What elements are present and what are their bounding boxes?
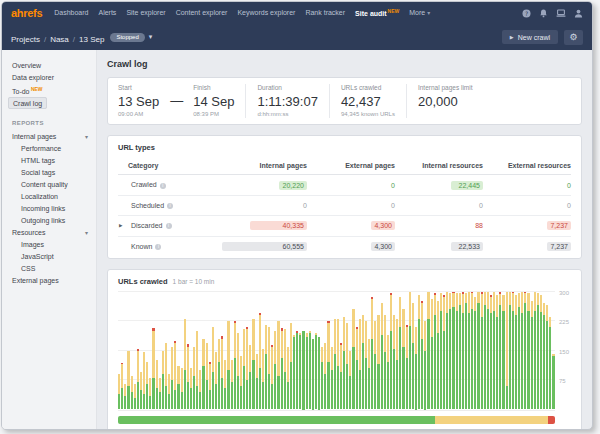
value-cell: 88 [395,215,483,236]
category-label[interactable]: Known [131,243,152,250]
sidebar-item-content-quality[interactable]: Content quality [12,178,96,190]
stat-value: 14 Sep [193,94,234,109]
chart-bar [331,347,333,410]
crawl-stats-panel: Start13 Sep09:00 AM—Finish14 Sep08:39 PM… [107,77,582,125]
info-icon[interactable]: i [166,223,172,229]
status-share-3xx [435,416,549,424]
chart-bar [231,360,233,409]
y-tick-label: 150 [559,349,569,355]
chart-bar [159,378,161,409]
sidebar-item-javascript[interactable]: JavaScript [12,250,96,262]
sidebar-item-to-do[interactable]: To-do NEW [12,83,96,97]
chevron-down-icon[interactable]: ▾ [85,133,88,140]
devices-icon[interactable] [556,9,566,18]
chart-bar [456,293,458,409]
chevron-down-icon[interactable]: ▾ [85,229,88,236]
breadcrumb-bar: Projects/Nasa/13 Sep Stopped ▾ ▶ New cra… [2,24,592,50]
column-header-external-resources: External resources [483,158,571,175]
sidebar-item-external-pages[interactable]: External pages [12,274,96,286]
crawl-dropdown-caret-icon[interactable]: ▾ [149,33,153,41]
stat-value: 1:11:39:07 [257,94,317,109]
url-types-title: URL types [118,143,571,152]
sidebar-item-label: Overview [12,62,41,69]
settings-gear-button[interactable]: ⚙ [564,30,583,45]
nav-item-content-explorer[interactable]: Content explorer [176,9,228,16]
chart-bar [299,333,301,410]
stat-label: Duration [257,84,317,91]
chart-plot-area[interactable] [118,293,555,411]
chart-bar [165,343,167,410]
value-text: 0 [391,182,395,189]
category-label[interactable]: Crawled [131,181,157,188]
new-crawl-button[interactable]: ▶ New crawl [502,30,558,44]
chart-bar [481,292,483,410]
stat-finish: Finish14 Sep08:39 PM [193,84,245,118]
sidebar-item-performance[interactable]: Performance [12,142,96,154]
chart-bar [499,292,501,410]
table-row-known: Knowni60,5554,30022,5337,237 [118,236,571,257]
sidebar-item-incoming-links[interactable]: Incoming links [12,202,96,214]
info-icon[interactable]: i [167,203,173,209]
new-badge: NEW [30,86,43,92]
chart-bar [506,292,508,410]
sidebar-item-html-tags[interactable]: HTML tags [12,154,96,166]
chart-bar [409,292,411,410]
sidebar-item-resources[interactable]: Resources▾ [12,226,96,238]
sidebar-item-images[interactable]: Images [12,238,96,250]
chart-bar [362,315,364,409]
chart-bar [431,299,433,409]
info-icon[interactable]: i [155,244,161,250]
account-icon[interactable] [574,9,583,18]
chart-title: URLs crawled [118,277,168,286]
chart-bar [509,292,511,410]
info-icon[interactable]: i [160,183,166,189]
chart-bar [390,293,392,409]
sidebar-item-overview[interactable]: Overview [12,59,96,71]
sidebar-item-localization[interactable]: Localization [12,190,96,202]
chart-bar [209,362,211,409]
sidebar-item-internal-pages[interactable]: Internal pages▾ [12,130,96,142]
breadcrumb-segment-projects[interactable]: Projects [11,35,40,44]
play-icon: ▶ [510,34,514,40]
y-tick-label: 225 [559,319,569,325]
nav-item-site-audit[interactable]: Site auditNEW [355,8,399,17]
sidebar-item-crawl-log[interactable]: Crawl log [12,97,96,109]
nav-item-keywords-explorer[interactable]: Keywords explorer [237,9,295,16]
value-cell: 0 [395,196,483,216]
chart-bar [181,368,183,409]
chart-bar [512,292,514,410]
ahrefs-logo[interactable]: ahrefs [11,7,42,19]
nav-item-dashboard[interactable]: Dashboard [54,9,88,16]
chart-bar [121,363,123,410]
nav-item-more[interactable]: More▾ [409,9,430,16]
nav-item-alerts[interactable]: Alerts [98,9,116,16]
nav-item-site-explorer[interactable]: Site explorer [126,9,165,16]
chart-bar [243,329,245,410]
chart-bar [371,297,373,409]
help-icon[interactable]: ? [522,9,531,18]
sidebar-item-social-tags[interactable]: Social tags [12,166,96,178]
chart-bar [352,309,354,409]
notifications-icon[interactable] [539,9,548,18]
new-crawl-label: New crawl [518,34,550,41]
stat-duration: Duration1:11:39:07d:hh:mm:ss [245,84,328,118]
category-label[interactable]: Discarded [131,222,163,229]
chart-bar [252,319,254,409]
chart-bars [118,293,555,410]
chart-bar [406,325,408,410]
category-label[interactable]: Scheduled [131,202,164,209]
chart-bar [249,345,251,410]
chart-bar [274,331,276,410]
chart-bar [365,321,367,410]
chart-bar [546,305,548,409]
sidebar-item-css[interactable]: CSS [12,262,96,274]
chart-bar [118,374,120,409]
value-databar: 20,220 [279,181,307,190]
expand-row-icon[interactable]: ▶ [119,223,122,228]
nav-item-rank-tracker[interactable]: Rank tracker [305,9,345,16]
breadcrumb-segment-nasa[interactable]: Nasa [50,35,69,44]
sidebar-item-outgoing-links[interactable]: Outgoing links [12,214,96,226]
chart-bar [268,327,270,410]
breadcrumb-segment-13-sep[interactable]: 13 Sep [79,35,104,44]
sidebar-item-data-explorer[interactable]: Data explorer [12,71,96,83]
